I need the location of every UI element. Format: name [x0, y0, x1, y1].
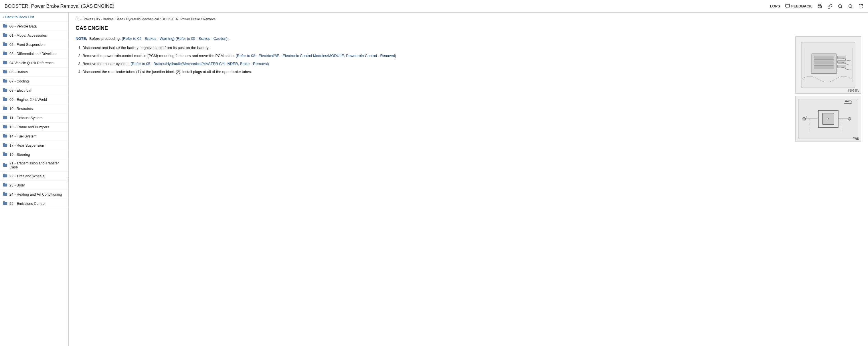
folder-icon — [3, 97, 7, 102]
sidebar-item-09[interactable]: 09 - Engine, 2.4L World — [0, 95, 68, 104]
diagram-2-label: FWD — [852, 137, 859, 140]
lops-label: LOPS — [770, 4, 780, 8]
content-area: 05 - Brakes / 05 - Brakes, Base / Hydrau… — [69, 12, 868, 346]
zoom-in-button[interactable] — [838, 4, 843, 9]
sidebar-item-label: 03 - Differential and Driveline — [9, 52, 56, 56]
diagram-1-svg — [796, 37, 861, 93]
sidebar-item-label: 19 - Steering — [9, 153, 30, 157]
folder-icon — [3, 79, 7, 84]
sidebar-item-14[interactable]: 14 - Fuel System — [0, 132, 68, 141]
folder-icon — [3, 106, 7, 111]
feedback-icon — [785, 4, 790, 8]
steps-list: Disconnect and isolate the battery negat… — [83, 45, 791, 75]
sidebar-item-17[interactable]: 17 - Rear Suspension — [0, 141, 68, 150]
link-button[interactable] — [827, 4, 833, 9]
svg-rect-10 — [814, 56, 834, 59]
step-3-link[interactable]: (Refer to 05 - Brakes/Hydraulic/Mechanic… — [130, 62, 269, 66]
header-actions: LOPS FEEDBACK — [770, 4, 863, 9]
note-section: NOTE: Before proceeding, (Refer to 05 - … — [75, 36, 791, 41]
sidebar-item-label: 11 - Exhaust System — [9, 116, 42, 120]
folder-icon — [3, 69, 7, 75]
sidebar-item-label: 09 - Engine, 2.4L World — [9, 98, 47, 102]
sidebar-item-02[interactable]: 02 - Front Suspension — [0, 40, 68, 49]
sidebar: ‹ Back to Book List 00 - Vehicle Data 01… — [0, 12, 69, 346]
note-link[interactable]: (Refer to 05 - Brakes - Warning) (Refer … — [122, 36, 230, 41]
sidebar-item-05[interactable]: 05 - Brakes — [0, 67, 68, 77]
sidebar-item-25[interactable]: 25 - Emissions Control — [0, 199, 68, 208]
svg-text:1: 1 — [806, 115, 807, 118]
folder-icon — [3, 33, 7, 38]
step-4: Disconnect the rear brake tubes (1) at t… — [83, 69, 791, 75]
feedback-button[interactable]: FEEDBACK — [785, 4, 812, 8]
sidebar-item-label: 13 - Frame and Bumpers — [9, 125, 49, 129]
sidebar-item-24[interactable]: 24 - Heating and Air Conditioning — [0, 190, 68, 199]
main-layout: ‹ Back to Book List 00 - Vehicle Data 01… — [0, 12, 868, 346]
sidebar-item-21[interactable]: 21 - Transmission and Transfer Case — [0, 159, 68, 172]
svg-rect-11 — [814, 61, 834, 64]
sidebar-item-01[interactable]: 01 - Mopar Accessories — [0, 31, 68, 40]
sidebar-item-label: 24 - Heating and Air Conditioning — [9, 193, 62, 197]
sidebar-item-label: 05 - Brakes — [9, 70, 28, 74]
svg-point-20 — [803, 117, 806, 120]
sidebar-item-04[interactable]: 04 Vehicle Quick Reference — [0, 58, 68, 67]
note-prefix: Before proceeding, — [89, 36, 121, 41]
sidebar-item-03[interactable]: 03 - Differential and Driveline — [0, 49, 68, 58]
sidebar-item-label: 22 - Tires and Wheels — [9, 174, 44, 178]
folder-icon — [3, 51, 7, 56]
expand-button[interactable] — [858, 4, 863, 9]
folder-icon — [3, 124, 7, 129]
print-button[interactable] — [817, 4, 822, 9]
folder-icon — [3, 163, 7, 168]
breadcrumb: 05 - Brakes / 05 - Brakes, Base / Hydrau… — [75, 17, 861, 21]
sidebar-item-label: 04 Vehicle Quick Reference — [9, 61, 54, 65]
folder-icon — [3, 88, 7, 93]
sidebar-item-13[interactable]: 13 - Frame and Bumpers — [0, 123, 68, 132]
folder-icon — [3, 183, 7, 188]
sidebar-item-label: 25 - Emissions Control — [9, 202, 45, 206]
folder-icon — [3, 152, 7, 157]
svg-text:FWD: FWD — [845, 100, 852, 103]
sidebar-item-label: 08 - Electrical — [9, 88, 31, 92]
folder-icon — [3, 192, 7, 197]
sidebar-item-11[interactable]: 11 - Exhaust System — [0, 113, 68, 123]
sidebar-item-19[interactable]: 19 - Steering — [0, 150, 68, 159]
step-1: Disconnect and isolate the battery negat… — [83, 45, 791, 51]
step-2: Remove the powertrain control module (PC… — [83, 53, 791, 59]
sidebar-item-07[interactable]: 07 - Cooling — [0, 77, 68, 86]
svg-rect-13 — [838, 56, 846, 59]
sidebar-item-label: 21 - Transmission and Transfer Case — [9, 161, 65, 169]
sidebar-item-label: 14 - Fuel System — [9, 134, 36, 138]
sidebar-item-23[interactable]: 23 - Body — [0, 181, 68, 190]
sidebar-item-label: 07 - Cooling — [9, 79, 29, 83]
sidebar-item-label: 00 - Vehicle Data — [9, 24, 37, 28]
folder-icon — [3, 143, 7, 148]
svg-point-4 — [821, 6, 822, 7]
content-title: GAS ENGINE — [75, 25, 861, 31]
folder-icon — [3, 201, 7, 206]
svg-rect-15 — [838, 65, 846, 68]
folder-icon — [3, 174, 7, 178]
sidebar-item-22[interactable]: 22 - Tires and Wheels — [0, 172, 68, 181]
zoom-out-button[interactable] — [848, 4, 853, 9]
sidebar-item-label: 23 - Body — [9, 183, 25, 187]
folder-icon — [3, 42, 7, 47]
step-2-link[interactable]: (Refer to 08 - Electrical/8E - Electroni… — [236, 54, 396, 58]
sidebar-item-label: 10 - Restraints — [9, 107, 33, 111]
sidebar-item-10[interactable]: 10 - Restraints — [0, 104, 68, 113]
step-3: Remove the master cylinder. (Refer to 05… — [83, 61, 791, 67]
sidebar-item-08[interactable]: 08 - Electrical — [0, 86, 68, 95]
page-title: BOOSTER, Power Brake Removal (GAS ENGINE… — [5, 3, 764, 9]
folder-icon — [3, 60, 7, 65]
sidebar-item-label: 01 - Mopar Accessories — [9, 33, 47, 37]
sidebar-item-00[interactable]: 00 - Vehicle Data — [0, 22, 68, 31]
sidebar-resize-handle[interactable] — [68, 177, 69, 182]
svg-rect-0 — [785, 4, 789, 7]
header: BOOSTER, Power Brake Removal (GAS ENGINE… — [0, 0, 868, 12]
svg-text:2: 2 — [828, 118, 829, 121]
diagram-1-label: 81953ffb — [848, 89, 859, 92]
note-label: NOTE: — [75, 36, 87, 41]
back-to-book-list[interactable]: ‹ Back to Book List — [0, 12, 68, 22]
diagram-2: 2 1 FWD FWD — [795, 96, 861, 142]
content-body: NOTE: Before proceeding, (Refer to 05 - … — [75, 36, 861, 142]
folder-icon — [3, 24, 7, 29]
